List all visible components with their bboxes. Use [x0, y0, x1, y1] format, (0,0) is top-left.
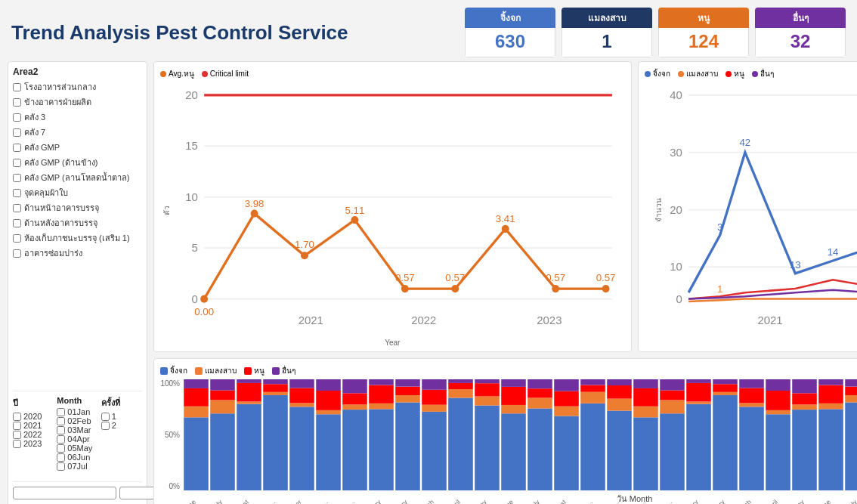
area-checkbox-item[interactable]: จุดคลุมผ้าใบ	[13, 186, 142, 199]
area-checkbox[interactable]	[13, 174, 21, 182]
count-checkbox-item[interactable]: 2	[101, 421, 142, 430]
month-checkbox-item[interactable]: 03Mar	[57, 425, 97, 434]
page-title: Trend Analysis Pest Control Service	[11, 21, 453, 45]
area-checkbox[interactable]	[13, 219, 21, 227]
area-checkbox-label: โรงอาหารส่วนกลาง	[24, 80, 96, 94]
area-checkbox-item[interactable]: ข้างอาคารฝ่ายผลิต	[13, 95, 142, 109]
kpi-label-other: อื่นๆ	[755, 8, 846, 28]
bar-segment	[369, 379, 394, 385]
area-checkbox[interactable]	[13, 189, 21, 197]
bar-segment	[475, 406, 500, 490]
year-checkbox-item[interactable]: 2020	[13, 412, 54, 421]
svg-text:0.57: 0.57	[445, 272, 465, 283]
area-checkbox[interactable]	[13, 144, 21, 152]
bar-segment	[818, 410, 843, 491]
bar-segment	[766, 414, 790, 490]
svg-point-24	[251, 210, 258, 218]
bar-segment	[316, 414, 341, 490]
chart1-legend: Avg.หนูCritical limit	[160, 68, 625, 79]
bar-segment	[686, 383, 711, 402]
svg-text:14: 14	[827, 246, 838, 258]
kpi-value-malaengsaw: 1	[562, 28, 652, 57]
month-checkbox[interactable]	[57, 408, 65, 416]
month-checkbox-item[interactable]: 05May	[57, 444, 97, 453]
count-checkbox-item[interactable]: 1	[101, 412, 142, 421]
area-checkbox-item[interactable]: โรงอาหารส่วนกลาง	[13, 80, 142, 94]
month-checkbox[interactable]	[57, 462, 65, 471]
year-checkbox[interactable]	[13, 413, 21, 421]
area-checkbox-item[interactable]: คลัง GMP (ลานโหลดน้ำตาล)	[13, 171, 142, 184]
month-checkbox-item[interactable]: 04Apr	[57, 434, 97, 444]
month-checkbox[interactable]	[57, 435, 65, 444]
bar-segment	[316, 391, 341, 410]
bar-legend: จิ้งจกแมลงสาบหนูอื่นๆ	[160, 365, 857, 376]
year-checkbox[interactable]	[13, 431, 21, 439]
area-checkbox-label: อาคารซ่อมปาร่ง	[24, 246, 82, 260]
area-checkbox-item[interactable]: ห้องเก็บภาชนะบรรจุ (เสริม 1)	[13, 231, 142, 245]
area-checkbox[interactable]	[13, 234, 21, 243]
area-checkbox[interactable]	[13, 83, 21, 91]
bar-segment	[580, 404, 605, 490]
bar-segment	[713, 379, 738, 384]
svg-text:0.57: 0.57	[546, 272, 565, 283]
area-checkbox-item[interactable]: คลัง 3	[13, 110, 142, 124]
area-checkbox-item[interactable]: คลัง 7	[13, 125, 142, 139]
area-checkbox-item[interactable]: ด้านหน้าอาคารบรรจุ	[13, 201, 142, 215]
month-checkbox[interactable]	[57, 426, 65, 434]
year-checkbox-item[interactable]: 2023	[13, 439, 54, 448]
bar-segment	[554, 379, 579, 391]
area-checkbox-item[interactable]: อาคารซ่อมปาร่ง	[13, 246, 142, 260]
bar-legend-item: จิ้งจก	[160, 365, 187, 376]
month-checkbox-item[interactable]: 07Jul	[57, 462, 97, 471]
bar-segment	[184, 417, 209, 490]
area-checkbox[interactable]	[13, 159, 21, 167]
count-checkbox[interactable]	[101, 422, 110, 430]
bar-segment	[845, 379, 857, 387]
bar-segment	[633, 379, 658, 388]
svg-point-26	[351, 216, 358, 224]
area-checkbox[interactable]	[13, 204, 21, 212]
area-checkbox[interactable]	[13, 249, 21, 258]
bar-segment	[818, 404, 843, 410]
area-checkbox-item[interactable]: คลัง GMP	[13, 141, 142, 154]
year-checkbox[interactable]	[13, 440, 21, 448]
bar-segment	[660, 413, 685, 490]
area-checkbox-list: โรงอาหารส่วนกลางข้างอาคารฝ่ายผลิตคลัง 3ค…	[13, 80, 142, 261]
bar-segment	[580, 392, 605, 404]
area-checkbox-item[interactable]: คลัง GMP (ด้านข้าง)	[13, 156, 142, 169]
bar-legend-label: จิ้งจก	[170, 365, 187, 376]
chart1-svg: 20 15 10 5 0 0.00 3.98	[160, 82, 625, 337]
svg-text:5: 5	[192, 241, 198, 254]
bar-segment	[422, 405, 447, 412]
year-checkbox-item[interactable]: 2022	[13, 430, 54, 439]
month-checkbox-item[interactable]: 06Jun	[57, 453, 97, 462]
bar-chart-body: 100% 50% 0% 2020 June2020 July2020 Augus…	[160, 379, 857, 490]
count-checkbox[interactable]	[101, 413, 110, 421]
bar-segment	[395, 379, 420, 387]
area-checkbox[interactable]	[13, 98, 21, 107]
bar-segment	[713, 384, 738, 392]
year-checkbox[interactable]	[13, 422, 21, 430]
month-label-val: 01Jan	[67, 407, 90, 416]
area-checkbox[interactable]	[13, 128, 21, 137]
year-checkbox-item[interactable]: 2021	[13, 421, 54, 430]
month-checkbox[interactable]	[57, 453, 65, 462]
area-checkbox-label: จุดคลุมผ้าใบ	[24, 186, 68, 199]
bar-segment	[554, 407, 579, 416]
area-checkbox-item[interactable]: ด้านหลังอาคารบรรจุ	[13, 216, 142, 230]
month-checkbox-item[interactable]: 02Feb	[57, 416, 97, 425]
bar-legend-swatch	[272, 367, 280, 375]
month-checkbox-item[interactable]: 01Jan	[57, 407, 97, 416]
month-checkbox[interactable]	[57, 417, 65, 425]
month-filter-col: Month 01Jan02Feb03Mar04Apr05May06Jun07Ju…	[57, 396, 97, 471]
area-checkbox[interactable]	[13, 113, 21, 122]
bar-segment	[342, 405, 367, 410]
bar-segment	[739, 379, 764, 388]
chart1-y-label: ตัว	[161, 205, 172, 215]
count-label-val: 2	[112, 421, 116, 430]
month-checkbox[interactable]	[57, 444, 65, 453]
date-start-input[interactable]: 30/06/2020	[13, 487, 116, 499]
year-label: ปี	[13, 396, 54, 410]
y-0: 0%	[169, 482, 180, 490]
svg-point-31	[602, 285, 610, 292]
